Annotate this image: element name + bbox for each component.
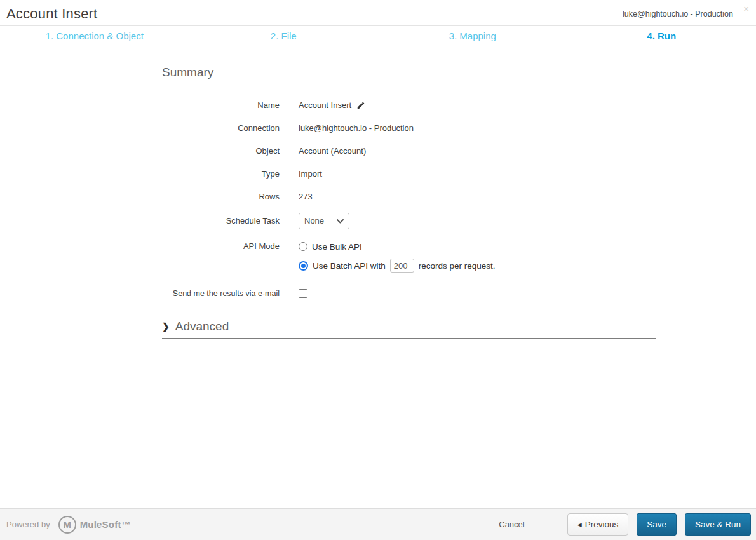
email-results-row: Send me the results via e-mail bbox=[162, 287, 656, 300]
run-step-panel: Summary Name Account Insert Connection l… bbox=[162, 65, 656, 339]
type-value: Import bbox=[299, 168, 322, 180]
bulk-api-radio[interactable] bbox=[299, 242, 307, 251]
step-file[interactable]: 2. File bbox=[189, 30, 379, 41]
step-connection-and-object[interactable]: 1. Connection & Object bbox=[0, 30, 189, 41]
previous-button-label: Previous bbox=[585, 520, 619, 529]
bulk-api-option[interactable]: Use Bulk API bbox=[299, 238, 496, 255]
email-results-checkbox[interactable] bbox=[299, 289, 307, 298]
schedule-task-select[interactable]: None bbox=[299, 213, 349, 229]
name-value: Account Insert bbox=[299, 99, 351, 112]
batch-api-option[interactable]: Use Batch API with records per request. bbox=[299, 257, 496, 274]
connection-value: luke@hightouch.io - Production bbox=[299, 122, 414, 135]
summary-heading-label: Summary bbox=[162, 65, 213, 79]
schedule-task-selected-value: None bbox=[304, 215, 324, 227]
api-mode-label: API Mode bbox=[162, 238, 299, 253]
advanced-section-toggle[interactable]: ❯ Advanced bbox=[162, 320, 656, 339]
api-mode-radio-group: Use Bulk API Use Batch API with records … bbox=[299, 238, 496, 276]
rows-value: 273 bbox=[299, 191, 313, 203]
cancel-button[interactable]: Cancel bbox=[499, 520, 524, 529]
schedule-task-label: Schedule Task bbox=[162, 215, 299, 227]
save-and-run-button[interactable]: Save & Run bbox=[685, 513, 751, 536]
chevron-right-icon: ❯ bbox=[162, 321, 170, 332]
footer-bar: Powered by M MuleSoft™ Cancel ◀ Previous… bbox=[0, 508, 756, 540]
step-run[interactable]: 4. Run bbox=[567, 30, 756, 41]
powered-by-block: Powered by M MuleSoft™ bbox=[6, 516, 131, 534]
close-icon[interactable]: × bbox=[743, 4, 749, 13]
footer-actions: Cancel ◀ Previous Save Save & Run bbox=[499, 513, 751, 536]
name-row: Name Account Insert bbox=[162, 98, 656, 112]
powered-by-label: Powered by bbox=[6, 520, 50, 529]
dataloader-window: Account Insert luke@hightouch.io - Produ… bbox=[0, 0, 756, 339]
object-value: Account (Account) bbox=[299, 145, 366, 158]
wizard-step-bar: 1. Connection & Object 2. File 3. Mappin… bbox=[0, 26, 756, 46]
summary-form: Name Account Insert Connection luke@high… bbox=[162, 98, 656, 300]
chevron-down-icon bbox=[337, 219, 344, 224]
edit-pencil-icon[interactable] bbox=[356, 101, 365, 110]
rows-label: Rows bbox=[162, 191, 299, 203]
save-button[interactable]: Save bbox=[637, 513, 677, 536]
advanced-heading-label: Advanced bbox=[175, 320, 229, 334]
batch-size-input[interactable] bbox=[390, 259, 414, 273]
type-label: Type bbox=[162, 168, 299, 180]
bulk-api-option-label: Use Bulk API bbox=[312, 242, 362, 252]
object-row: Object Account (Account) bbox=[162, 144, 656, 158]
api-mode-row: API Mode Use Bulk API Use Batch API with… bbox=[162, 238, 656, 276]
name-label: Name bbox=[162, 99, 299, 112]
mulesoft-brand-label: MuleSoft™ bbox=[80, 519, 131, 530]
summary-heading: Summary bbox=[162, 65, 656, 84]
email-results-label: Send me the results via e-mail bbox=[162, 287, 299, 300]
previous-arrow-icon: ◀ bbox=[577, 522, 582, 528]
type-row: Type Import bbox=[162, 167, 656, 181]
connection-environment-label: luke@hightouch.io - Production bbox=[623, 10, 733, 18]
object-label: Object bbox=[162, 145, 299, 158]
batch-api-option-prefix: Use Batch API with bbox=[313, 261, 386, 271]
schedule-task-row: Schedule Task None bbox=[162, 213, 656, 229]
window-header: Account Insert luke@hightouch.io - Produ… bbox=[0, 0, 756, 26]
previous-button[interactable]: ◀ Previous bbox=[567, 513, 628, 536]
connection-label: Connection bbox=[162, 122, 299, 135]
connection-row: Connection luke@hightouch.io - Productio… bbox=[162, 121, 656, 135]
rows-row: Rows 273 bbox=[162, 190, 656, 204]
step-mapping[interactable]: 3. Mapping bbox=[378, 30, 567, 41]
mulesoft-logo-icon: M bbox=[58, 516, 76, 534]
batch-api-radio[interactable] bbox=[300, 262, 307, 269]
batch-api-option-suffix: records per request. bbox=[419, 261, 496, 271]
